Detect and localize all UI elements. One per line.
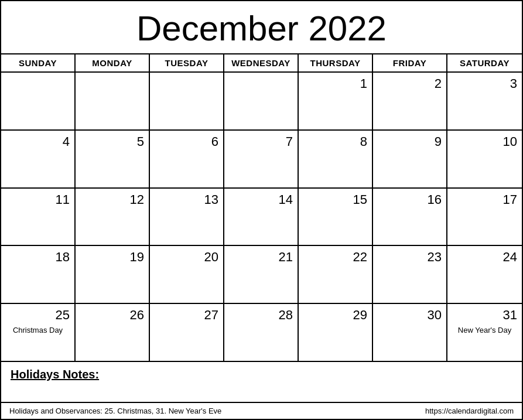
day-cell: 22	[299, 246, 373, 303]
day-headers-row: SUNDAYMONDAYTUESDAYWEDNESDAYTHURSDAYFRID…	[1, 54, 522, 73]
day-number: 27	[204, 308, 218, 323]
day-number: 14	[279, 192, 293, 207]
day-cell: 2	[373, 73, 447, 129]
day-cell: 10	[447, 131, 522, 187]
holidays-notes-title: Holidays Notes:	[11, 368, 99, 381]
day-cell: 16	[373, 189, 447, 245]
day-cell: 28	[224, 304, 299, 361]
day-cell: 14	[224, 189, 299, 245]
day-cell: 31New Year's Day	[447, 304, 522, 361]
day-number: 7	[286, 134, 293, 149]
week-row-3: 11121314151617	[1, 189, 522, 247]
day-number: 20	[204, 250, 218, 265]
day-number: 1	[360, 76, 367, 91]
day-number: 4	[63, 134, 70, 149]
day-cell: 25Christmas Day	[1, 304, 76, 361]
day-cell	[150, 73, 224, 129]
day-cell: 3	[447, 73, 522, 129]
footer-holidays-text: Holidays and Observances: 25. Christmas,…	[9, 407, 221, 415]
day-number: 25	[56, 308, 70, 323]
day-cell: 21	[224, 246, 299, 303]
week-row-5: 25Christmas Day262728293031New Year's Da…	[1, 304, 522, 361]
day-number: 21	[279, 250, 293, 265]
day-cell: 9	[373, 131, 447, 187]
day-cell: 18	[1, 246, 76, 303]
day-cell: 29	[299, 304, 373, 361]
day-cell	[76, 73, 150, 129]
day-number: 3	[510, 76, 517, 91]
week-row-4: 18192021222324	[1, 246, 522, 304]
day-cell: 15	[299, 189, 373, 245]
day-cell: 17	[447, 189, 522, 245]
holidays-notes-section: Holidays Notes:	[1, 361, 522, 402]
calendar-container: December 2022 SUNDAYMONDAYTUESDAYWEDNESD…	[0, 0, 523, 420]
day-cell: 13	[150, 189, 224, 245]
day-number: 11	[56, 192, 70, 207]
day-number: 16	[428, 192, 442, 207]
day-number: 31	[503, 308, 517, 323]
day-header-thursday: THURSDAY	[299, 54, 373, 71]
day-number: 10	[503, 134, 517, 149]
day-number: 28	[279, 308, 293, 323]
day-number: 5	[137, 134, 144, 149]
day-header-saturday: SATURDAY	[447, 54, 522, 71]
day-number: 6	[211, 134, 218, 149]
day-cell: 20	[150, 246, 224, 303]
day-event: Christmas Day	[6, 326, 70, 336]
day-number: 30	[428, 308, 442, 323]
day-cell: 27	[150, 304, 224, 361]
footer-url: https://calendardigital.com	[425, 407, 514, 415]
day-number: 29	[353, 308, 367, 323]
day-header-sunday: SUNDAY	[1, 54, 76, 71]
day-number: 9	[435, 134, 442, 149]
day-header-wednesday: WEDNESDAY	[224, 54, 299, 71]
weeks-container: 1234567891011121314151617181920212223242…	[1, 73, 522, 361]
day-cell: 11	[1, 189, 76, 245]
day-number: 17	[503, 192, 517, 207]
day-header-tuesday: TUESDAY	[150, 54, 224, 71]
day-cell	[224, 73, 299, 129]
day-number: 15	[353, 192, 367, 207]
day-number: 19	[130, 250, 144, 265]
day-cell: 6	[150, 131, 224, 187]
day-header-friday: FRIDAY	[373, 54, 447, 71]
day-number: 26	[130, 308, 144, 323]
calendar-grid: SUNDAYMONDAYTUESDAYWEDNESDAYTHURSDAYFRID…	[1, 53, 522, 361]
day-cell: 5	[76, 131, 150, 187]
day-header-monday: MONDAY	[76, 54, 150, 71]
day-event: New Year's Day	[452, 326, 517, 336]
day-cell: 24	[447, 246, 522, 303]
day-number: 12	[130, 192, 144, 207]
day-cell: 19	[76, 246, 150, 303]
day-number: 8	[360, 134, 367, 149]
calendar-title: December 2022	[1, 1, 522, 53]
day-cell	[1, 73, 76, 129]
week-row-1: 123	[1, 73, 522, 131]
day-cell: 23	[373, 246, 447, 303]
day-number: 18	[56, 250, 70, 265]
day-cell: 7	[224, 131, 299, 187]
day-number: 23	[428, 250, 442, 265]
day-number: 22	[353, 250, 367, 265]
day-cell: 12	[76, 189, 150, 245]
day-cell: 8	[299, 131, 373, 187]
day-cell: 30	[373, 304, 447, 361]
day-cell: 4	[1, 131, 76, 187]
day-cell: 1	[299, 73, 373, 129]
day-cell: 26	[76, 304, 150, 361]
day-number: 24	[503, 250, 517, 265]
day-number: 13	[204, 192, 218, 207]
day-number: 2	[435, 76, 442, 91]
footer-bar: Holidays and Observances: 25. Christmas,…	[1, 402, 522, 419]
week-row-2: 45678910	[1, 131, 522, 189]
